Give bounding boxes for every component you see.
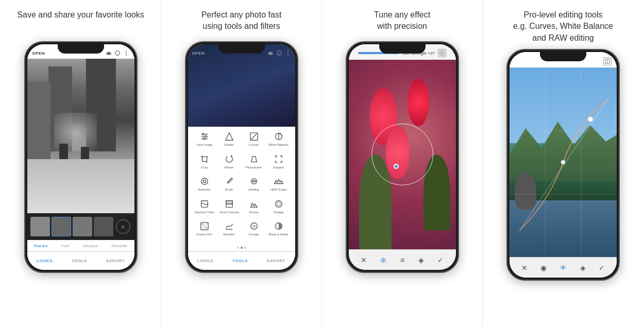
tool-glamour[interactable]: Glamour Glow: [193, 198, 216, 218]
add-selective-icon[interactable]: ⊕: [380, 256, 386, 264]
nav-looks-2[interactable]: LOOKS: [197, 259, 213, 263]
sliders-icon[interactable]: ≡: [400, 256, 404, 264]
tool-curves[interactable]: Curves: [243, 131, 265, 150]
panel-4: Pro-level editing toolse.g. Curves, Whit…: [483, 0, 643, 326]
tool-perspective[interactable]: Perspective: [243, 153, 265, 173]
drama-icon: [247, 198, 261, 210]
tool-white-balance[interactable]: White Balance: [267, 131, 290, 150]
tool-selective[interactable]: Selective: [193, 176, 216, 195]
retrolux-icon: [223, 220, 236, 232]
nav-tools-1[interactable]: TOOLS: [72, 259, 87, 263]
drama-label: Drama: [249, 211, 258, 214]
phone4-main-image: [510, 67, 617, 257]
thumb-4[interactable]: [94, 217, 113, 236]
phone4-bottombar: ✕ ◉ 👁 ◈ ✓: [510, 257, 617, 278]
curves-svg-overlay: [510, 67, 617, 257]
svg-point-26: [201, 178, 208, 185]
side-button-left1-3: [346, 78, 347, 91]
eye-icon-4[interactable]: 👁: [560, 264, 567, 272]
tool-rotate[interactable]: Rotate: [218, 153, 241, 173]
tune-image-label: Tune Image: [196, 143, 213, 147]
check-icon-4[interactable]: ✓: [599, 264, 605, 272]
svg-text:i: i: [117, 52, 117, 55]
tool-expand[interactable]: Expand: [267, 153, 290, 173]
wifi-icon-1: [106, 50, 112, 56]
phone-inner-1: OPEN i: [27, 44, 134, 270]
white-balance-icon: [272, 131, 285, 142]
panel-1: Save and share your favorite looks OPEN …: [1, 0, 161, 326]
panel-2: Perfect any photo fastusing tools and fi…: [161, 0, 322, 326]
street: [27, 159, 134, 213]
tool-brush[interactable]: Brush: [218, 176, 241, 195]
svg-point-51: [561, 160, 565, 164]
phone-3: Blur Strength +27 ✕ ⊕: [346, 41, 459, 273]
brush-icon: [223, 176, 236, 187]
info-icon-1[interactable]: i: [114, 50, 121, 56]
tool-grainy[interactable]: Grainy Film: [193, 220, 216, 240]
wifi-icon-2: [267, 50, 274, 56]
side-button-left2-3: [346, 96, 347, 117]
side-button-right-4: [619, 91, 620, 112]
split-view-icon[interactable]: [603, 57, 612, 65]
white-balance-label: White Balance: [268, 143, 289, 147]
nav-looks-1[interactable]: LOOKS: [37, 259, 53, 263]
tool-grunge[interactable]: Grunge: [243, 220, 265, 240]
tool-tune-image[interactable]: Tune Image: [193, 131, 216, 150]
nav-export-1[interactable]: EXPORT: [106, 259, 125, 263]
side-button-right-1: [137, 83, 138, 104]
svg-point-42: [250, 223, 257, 230]
check-icon[interactable]: ✓: [437, 256, 444, 264]
close-icon-3[interactable]: ✕: [361, 256, 367, 264]
phone-1: OPEN i: [24, 41, 138, 273]
phone1-navbar: LOOKS TOOLS EXPORT: [27, 251, 134, 270]
phone-inner-3: Blur Strength +27 ✕ ⊕: [349, 44, 456, 270]
healing-label: Healing: [248, 188, 259, 192]
tool-crop[interactable]: Crop: [193, 153, 216, 173]
tool-vintage[interactable]: Vintage: [267, 198, 290, 218]
tool-details[interactable]: Details: [218, 131, 241, 150]
blur-adjust-icon[interactable]: [438, 49, 446, 57]
tool-hdr[interactable]: HDR Scape: [267, 176, 290, 195]
tool-retrolux[interactable]: Retrolux: [218, 220, 241, 240]
tool-healing[interactable]: Healing: [243, 176, 265, 195]
panel-3: Tune any effect with precision Blur Stre…: [322, 0, 483, 326]
notch-2: [218, 42, 265, 54]
menu-icon-1[interactable]: [123, 50, 129, 56]
page-dot-2: [241, 247, 243, 249]
svg-marker-25: [251, 156, 257, 162]
perspective-label: Perspective: [246, 166, 262, 169]
side-button-left3-4: [506, 130, 507, 150]
thumb-3[interactable]: [73, 217, 92, 236]
thumb-add-button[interactable]: +: [116, 219, 130, 234]
tool-bw[interactable]: Black & White: [267, 220, 290, 240]
tool-tonal[interactable]: Tonal Contrast: [218, 198, 241, 218]
rotate-label: Rotate: [225, 166, 234, 169]
grainy-label: Grainy Film: [196, 233, 212, 236]
info-icon-2[interactable]: i: [276, 50, 282, 56]
menu-icon-2[interactable]: [285, 50, 291, 56]
svg-point-7: [287, 50, 289, 52]
svg-rect-36: [201, 224, 203, 225]
thumb-1[interactable]: [30, 217, 50, 236]
open-label-2: OPEN: [192, 51, 205, 56]
erase-icon-4[interactable]: ◈: [580, 264, 586, 272]
page-dot-1: [237, 247, 239, 249]
selective-circle-overlay[interactable]: [371, 124, 433, 185]
phone-inner-2: OPEN i: [188, 44, 295, 270]
side-button-left1-2: [185, 78, 186, 91]
tool-drama[interactable]: Drama: [243, 198, 265, 218]
filter-icon-4[interactable]: ◉: [540, 264, 547, 272]
svg-point-27: [203, 180, 206, 182]
close-icon-4[interactable]: ✕: [521, 264, 528, 272]
hdr-icon: [272, 176, 285, 187]
svg-rect-40: [205, 227, 207, 229]
caption-3-line1: Tune any effect: [374, 10, 430, 19]
nav-export-2[interactable]: EXPORT: [267, 259, 285, 263]
notch-3: [379, 42, 426, 54]
nav-tools-2[interactable]: TOOLS: [232, 259, 248, 263]
phone2-main-image: OPEN i: [188, 44, 295, 127]
thumb-2[interactable]: [52, 217, 71, 236]
phone3-screen: Blur Strength +27 ✕ ⊕: [349, 44, 456, 270]
erase-icon[interactable]: ◈: [418, 256, 424, 264]
svg-point-8: [287, 53, 289, 54]
